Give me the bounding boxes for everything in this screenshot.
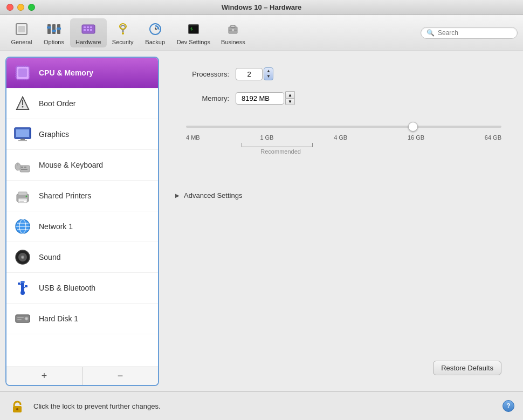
- svg-rect-6: [52, 30, 56, 32]
- svg-rect-5: [47, 26, 51, 29]
- sidebar-item-label-sound: Sound: [39, 253, 60, 261]
- sidebar-item-hard-disk[interactable]: Hard Disk 1: [6, 304, 158, 334]
- memory-down-button[interactable]: ▼: [285, 98, 295, 105]
- sidebar-item-usb-bluetooth[interactable]: USB & Bluetooth: [6, 273, 158, 304]
- search-box[interactable]: 🔍: [421, 27, 518, 39]
- title-bar: Windows 10 – Hardware: [0, 0, 523, 15]
- toolbar-item-options[interactable]: Options: [38, 18, 70, 47]
- processors-spinner-btn[interactable]: ▲ ▼: [264, 67, 273, 80]
- svg-rect-31: [18, 68, 27, 77]
- svg-rect-29: [232, 29, 234, 31]
- svg-rect-70: [19, 201, 24, 202]
- close-button[interactable]: [6, 4, 13, 11]
- svg-rect-12: [84, 29, 86, 31]
- svg-point-71: [26, 196, 27, 197]
- processors-spinner[interactable]: ▲ ▼: [236, 67, 273, 80]
- svg-rect-11: [90, 26, 92, 28]
- dev-settings-icon: $_: [185, 20, 202, 38]
- maximize-button[interactable]: [28, 4, 35, 11]
- svg-point-55: [22, 106, 24, 108]
- processors-value[interactable]: [236, 68, 263, 80]
- memory-stepper[interactable]: ▲ ▼: [285, 91, 295, 105]
- sidebar-item-label-graphics: Graphics: [39, 130, 69, 139]
- svg-text:$_: $_: [190, 27, 195, 31]
- slider-container: 4 MB 1 GB 4 GB 16 GB 64 GB Recommended: [186, 121, 501, 175]
- business-icon: [224, 20, 242, 38]
- options-icon: [45, 20, 63, 38]
- spacer: [175, 210, 501, 350]
- sidebar-item-label-hard-disk: Hard Disk 1: [39, 314, 78, 323]
- add-item-button[interactable]: +: [6, 367, 82, 385]
- svg-point-17: [122, 32, 124, 35]
- sidebar-list: CPU & Memory Boot Order: [6, 58, 158, 367]
- sidebar-footer: + −: [6, 367, 158, 385]
- toolbar-item-hardware[interactable]: Hardware: [70, 18, 107, 47]
- svg-rect-63: [21, 169, 27, 170]
- search-input[interactable]: [438, 29, 512, 37]
- memory-row: Memory: ▲ ▼: [175, 91, 501, 105]
- toolbar-label-dev-settings: Dev Settings: [177, 39, 210, 45]
- advanced-settings-row[interactable]: ▶ Advanced Settings: [175, 191, 501, 199]
- processors-label: Processors:: [175, 70, 229, 78]
- window-title: Windows 10 – Hardware: [222, 3, 302, 11]
- printer-icon: [13, 186, 32, 205]
- toolbar-item-business[interactable]: Business: [216, 18, 251, 47]
- svg-rect-3: [52, 24, 56, 34]
- processors-row: Processors: ▲ ▼: [175, 67, 501, 80]
- toolbar-label-general: General: [11, 39, 32, 45]
- minimize-button[interactable]: [17, 4, 24, 11]
- svg-rect-7: [57, 27, 61, 30]
- toolbar-item-backup[interactable]: Backup: [139, 18, 171, 47]
- advanced-settings-label: Advanced Settings: [184, 191, 242, 199]
- restore-defaults-button[interactable]: Restore Defaults: [433, 361, 501, 375]
- memory-value[interactable]: [236, 92, 284, 105]
- svg-rect-61: [21, 167, 23, 168]
- lock-icon[interactable]: [9, 397, 26, 415]
- spinner-down-icon: ▼: [266, 74, 271, 79]
- memory-up-button[interactable]: ▲: [285, 91, 295, 98]
- slider-label-max: 64 GB: [485, 134, 501, 141]
- toolbar-item-dev-settings[interactable]: $_ Dev Settings: [171, 18, 216, 47]
- sidebar: CPU & Memory Boot Order: [5, 57, 159, 386]
- svg-rect-69: [19, 199, 26, 201]
- svg-rect-9: [84, 26, 86, 28]
- slider-track-wrapper[interactable]: [186, 121, 501, 132]
- sidebar-item-graphics[interactable]: Graphics: [6, 119, 158, 150]
- toolbar-item-security[interactable]: Security: [107, 18, 139, 47]
- spinner-up-icon: ▲: [266, 68, 271, 74]
- hdd-icon: [13, 309, 32, 328]
- sidebar-item-boot-order[interactable]: Boot Order: [6, 88, 158, 119]
- network-icon: [13, 217, 32, 236]
- usb-icon: [13, 278, 32, 298]
- sidebar-item-sound[interactable]: Sound: [6, 242, 158, 273]
- detail-panel: Processors: ▲ ▼ Memory: ▲ ▼: [159, 57, 518, 386]
- cpu-icon: [13, 63, 32, 82]
- sidebar-item-mouse-keyboard[interactable]: Mouse & Keyboard: [6, 150, 158, 181]
- sidebar-item-label-network: Network 1: [39, 222, 73, 231]
- window-controls[interactable]: [6, 4, 35, 11]
- slider-label-4gb: 4 GB: [334, 134, 347, 141]
- bottom-bar: Click the lock to prevent further change…: [0, 391, 523, 420]
- recommended-area: Recommended: [186, 143, 501, 159]
- memory-input-wrapper[interactable]: ▲ ▼: [236, 91, 295, 105]
- toolbar-item-general[interactable]: General: [5, 18, 38, 47]
- sidebar-item-label-usb-bluetooth: USB & Bluetooth: [39, 284, 95, 292]
- toolbar: General Options: [0, 15, 523, 51]
- remove-item-button[interactable]: −: [82, 367, 158, 385]
- graphics-icon: [13, 125, 32, 144]
- svg-rect-2: [47, 24, 51, 34]
- memory-label: Memory:: [175, 94, 229, 102]
- backup-icon: [147, 20, 164, 38]
- svg-rect-84: [18, 283, 20, 285]
- slider-thumb[interactable]: [408, 122, 418, 132]
- restore-defaults-wrapper: Restore Defaults: [175, 361, 501, 375]
- sound-icon: [13, 247, 32, 267]
- toolbar-label-backup: Backup: [145, 39, 165, 45]
- sidebar-item-cpu-memory[interactable]: CPU & Memory: [6, 58, 158, 88]
- sidebar-item-network[interactable]: Network 1: [6, 211, 158, 242]
- security-icon: [114, 20, 132, 38]
- svg-rect-92: [17, 319, 22, 320]
- help-button[interactable]: ?: [503, 400, 514, 412]
- slider-track: [186, 126, 501, 128]
- sidebar-item-shared-printers[interactable]: Shared Printers: [6, 181, 158, 211]
